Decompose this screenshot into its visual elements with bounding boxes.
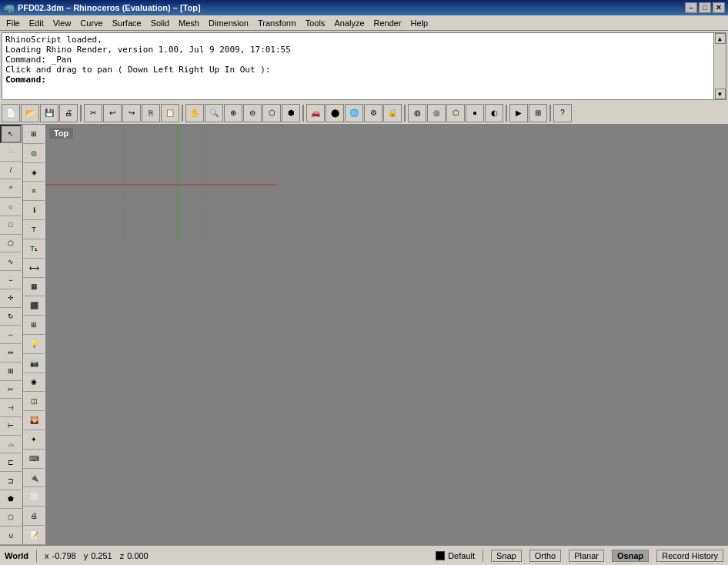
toolbar-btn-13[interactable]: ⊕ bbox=[224, 104, 242, 122]
tool-col2-btn-12[interactable]: 📷 bbox=[23, 354, 45, 373]
tool-col2-btn-5[interactable]: T bbox=[23, 220, 45, 239]
toolbar-btn-0[interactable]: 📄 bbox=[2, 104, 20, 122]
tool-col2-btn-4[interactable]: ℹ bbox=[23, 201, 45, 220]
tool-col1-btn-21[interactable]: ⬡ bbox=[0, 509, 22, 527]
statusbar: World x -0.798 y 0.251 z 0.000 Default S… bbox=[0, 545, 728, 565]
toolbar-btn-7[interactable]: ↪ bbox=[122, 104, 141, 122]
tool-col2-btn-2[interactable]: ◈ bbox=[23, 163, 45, 182]
menu-item-tools[interactable]: Tools bbox=[301, 17, 330, 29]
menu-item-dimension[interactable]: Dimension bbox=[204, 17, 253, 29]
tool-col2-btn-17[interactable]: ⌨ bbox=[23, 450, 45, 469]
viewport[interactable]: Top bbox=[46, 125, 728, 545]
tool-col2-btn-7[interactable]: ⟷ bbox=[23, 259, 45, 278]
tool-col1-btn-0[interactable]: ↖ bbox=[0, 125, 22, 143]
toolbar-btn-6[interactable]: ↩ bbox=[103, 104, 122, 122]
tool-col1-btn-11[interactable]: ↔ bbox=[0, 326, 22, 344]
tool-col2-btn-11[interactable]: 💡 bbox=[23, 335, 45, 354]
tool-col2-btn-9[interactable]: ⬛ bbox=[23, 296, 45, 316]
tool-col2-btn-15[interactable]: 🌄 bbox=[23, 411, 45, 430]
toolbar-btn-11[interactable]: ✋ bbox=[185, 104, 204, 122]
tool-col1-btn-17[interactable]: ⌓ bbox=[0, 436, 22, 454]
menu-item-solid[interactable]: Solid bbox=[146, 17, 174, 29]
toolbar-btn-33[interactable]: ? bbox=[553, 104, 572, 122]
tool-col1-btn-4[interactable]: ○ bbox=[0, 198, 22, 216]
record-history-button[interactable]: Record History bbox=[656, 550, 723, 562]
toolbar-btn-21[interactable]: ⚙ bbox=[364, 104, 382, 122]
snap-button[interactable]: Snap bbox=[491, 550, 522, 562]
close-button[interactable]: ✕ bbox=[713, 2, 725, 13]
tool-col2-btn-16[interactable]: ✦ bbox=[23, 430, 45, 450]
tool-col1-btn-19[interactable]: ⊐ bbox=[0, 472, 22, 490]
tool-col2-btn-20[interactable]: 🖨 bbox=[23, 506, 45, 526]
tool-col1-btn-14[interactable]: ✂ bbox=[0, 381, 22, 400]
toolbar-btn-22[interactable]: 🔒 bbox=[383, 104, 402, 122]
tool-col1-btn-18[interactable]: ⊏ bbox=[0, 453, 22, 472]
tool-col1-btn-1[interactable]: · bbox=[0, 143, 22, 162]
tool-col2-btn-6[interactable]: T₁ bbox=[23, 239, 45, 259]
tool-col2-btn-3[interactable]: ≡ bbox=[23, 182, 45, 201]
toolbar-btn-19[interactable]: ⬤ bbox=[326, 104, 344, 122]
osnap-button[interactable]: Osnap bbox=[612, 550, 649, 562]
tool-col2-btn-0[interactable]: ⊞ bbox=[23, 125, 45, 144]
toolbar-btn-16[interactable]: ⬢ bbox=[282, 104, 300, 122]
tool-col2-btn-10[interactable]: ⊞ bbox=[23, 316, 45, 335]
tool-col1-btn-8[interactable]: ⌣ bbox=[0, 271, 22, 289]
tool-col1-btn-13[interactable]: ⊞ bbox=[0, 363, 22, 381]
menu-item-analyze[interactable]: Analyze bbox=[329, 17, 369, 29]
menu-item-curve[interactable]: Curve bbox=[75, 17, 107, 29]
toolbar-btn-1[interactable]: 📂 bbox=[21, 104, 39, 122]
scroll-down-btn[interactable]: ▼ bbox=[715, 89, 726, 99]
tool-col1-btn-6[interactable]: ⬡ bbox=[0, 235, 22, 253]
tool-col1-btn-15[interactable]: ⊣ bbox=[0, 399, 22, 417]
menu-item-mesh[interactable]: Mesh bbox=[174, 17, 204, 29]
menu-item-render[interactable]: Render bbox=[369, 17, 406, 29]
toolbar-btn-20[interactable]: 🌐 bbox=[345, 104, 363, 122]
tool-col2-btn-19[interactable]: ⬜ bbox=[23, 487, 45, 506]
tool-col1-btn-5[interactable]: □ bbox=[0, 216, 22, 235]
menu-item-view[interactable]: View bbox=[48, 17, 76, 29]
menu-item-transform[interactable]: Transform bbox=[253, 17, 301, 29]
toolbar-btn-28[interactable]: ◐ bbox=[485, 104, 503, 122]
tool-col2-btn-14[interactable]: ◫ bbox=[23, 392, 45, 411]
menu-item-edit[interactable]: Edit bbox=[25, 17, 48, 29]
tool-col1-btn-2[interactable]: / bbox=[0, 162, 22, 180]
tool-col1-btn-3[interactable]: ^ bbox=[0, 179, 22, 198]
tool-col2-btn-18[interactable]: 🔌 bbox=[23, 469, 45, 488]
toolbar-btn-12[interactable]: 🔍 bbox=[205, 104, 223, 122]
scroll-up-btn[interactable]: ▲ bbox=[715, 33, 726, 44]
ortho-button[interactable]: Ortho bbox=[529, 550, 562, 562]
toolbar-btn-26[interactable]: ⬡ bbox=[446, 104, 465, 122]
menu-item-file[interactable]: File bbox=[2, 17, 25, 29]
planar-button[interactable]: Planar bbox=[569, 550, 604, 562]
toolbar-btn-2[interactable]: 💾 bbox=[40, 104, 58, 122]
menu-item-help[interactable]: Help bbox=[406, 17, 433, 29]
minimize-button[interactable]: – bbox=[685, 2, 697, 13]
tool-col2-btn-8[interactable]: ▦ bbox=[23, 278, 45, 297]
toolbar-btn-31[interactable]: ⊞ bbox=[529, 104, 547, 122]
maximize-button[interactable]: □ bbox=[699, 2, 711, 13]
toolbar-btn-27[interactable]: ● bbox=[466, 104, 484, 122]
tool-col1-btn-9[interactable]: ✛ bbox=[0, 289, 22, 308]
tool-col2-btn-1[interactable]: ◎ bbox=[23, 144, 45, 163]
menu-item-surface[interactable]: Surface bbox=[108, 17, 146, 29]
toolbar-btn-14[interactable]: ⊖ bbox=[243, 104, 262, 122]
toolbar-btn-5[interactable]: ✂ bbox=[84, 104, 102, 122]
toolbar-btn-25[interactable]: ◎ bbox=[427, 104, 446, 122]
tool-col1-btn-12[interactable]: ⇔ bbox=[0, 344, 22, 363]
tool-col2-btn-13[interactable]: ◉ bbox=[23, 373, 45, 393]
toolbar-btn-30[interactable]: ▶ bbox=[509, 104, 528, 122]
tool-col1-btn-10[interactable]: ↻ bbox=[0, 308, 22, 326]
tool-col2-btn-21[interactable]: 📝 bbox=[23, 526, 45, 545]
toolbar-btn-3[interactable]: 🖨 bbox=[59, 104, 78, 122]
toolbar-btn-9[interactable]: 📋 bbox=[161, 104, 179, 122]
toolbar-btn-24[interactable]: ◍ bbox=[408, 104, 426, 122]
tool-col1-btn-20[interactable]: ⬟ bbox=[0, 490, 22, 509]
titlebar-controls[interactable]: – □ ✕ bbox=[685, 2, 725, 13]
toolbar-btn-18[interactable]: 🚗 bbox=[306, 104, 325, 122]
toolbar-btn-8[interactable]: ⎘ bbox=[142, 104, 160, 122]
command-scrollbar[interactable]: ▲ ▼ bbox=[713, 33, 726, 99]
tool-col1-btn-16[interactable]: ⊢ bbox=[0, 417, 22, 436]
toolbar-btn-15[interactable]: ⬡ bbox=[262, 104, 281, 122]
tool-col1-btn-7[interactable]: ∿ bbox=[0, 252, 22, 271]
tool-col1-btn-22[interactable]: ∪ bbox=[0, 527, 22, 545]
